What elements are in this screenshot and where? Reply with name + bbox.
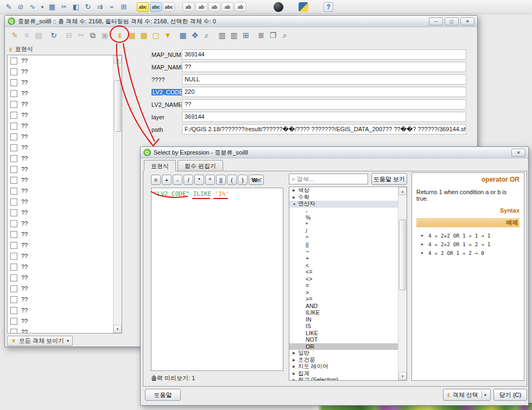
filter-selection-icon[interactable]: ▼ [162, 30, 173, 41]
minimize-button[interactable]: ─ [429, 17, 443, 25]
feature-checkbox[interactable] [10, 68, 17, 75]
function-tree-item[interactable]: <> [289, 276, 398, 283]
feature-list-item[interactable]: ?? [8, 326, 113, 334]
help-button[interactable]: 도움말 [145, 389, 181, 401]
feature-list-item[interactable]: ?? [8, 272, 113, 283]
feature-checkbox[interactable] [10, 79, 17, 86]
python-console-icon[interactable] [299, 2, 308, 12]
feature-checkbox[interactable] [10, 198, 17, 206]
function-tree-item[interactable]: > [289, 289, 398, 296]
tab-expression[interactable]: 표현식 [144, 160, 176, 171]
function-tree-item[interactable]: < [289, 262, 398, 269]
maximize-button[interactable]: ▢ [445, 17, 459, 25]
select-features-button[interactable]: ε 객체 선택 ▾ [443, 389, 491, 401]
deselect-all-icon[interactable]: ▢ [150, 30, 161, 41]
feature-checkbox[interactable] [10, 155, 17, 162]
feature-checkbox[interactable] [10, 264, 17, 271]
toggle-editing-icon[interactable]: ✎ [9, 30, 20, 41]
show-help-button[interactable]: 도움말 보기 [371, 173, 407, 185]
feature-list-item[interactable]: ?? [8, 218, 113, 229]
scroll-down-icon[interactable]: ▼ [113, 325, 122, 333]
attribute-table-titlebar[interactable]: Q 중분류_soil8 :: 총 객체 수: 2168, 필터링된 객체 수: … [5, 16, 477, 27]
feature-checkbox[interactable] [10, 57, 17, 65]
rotate-label-icon[interactable]: ab [195, 2, 207, 12]
feature-checkbox[interactable] [10, 253, 17, 260]
feature-list-item[interactable]: ?? [8, 99, 113, 110]
feature-list-scrollbar[interactable]: ▲ ▼ [113, 55, 122, 333]
feature-checkbox[interactable] [10, 144, 17, 151]
offset-curve-icon[interactable]: ⇉ [94, 2, 105, 12]
select-by-expression-icon[interactable]: ε [115, 30, 125, 41]
feature-checkbox[interactable] [10, 296, 17, 303]
split-feature-icon[interactable]: ◧ [71, 2, 81, 12]
label-highlight-icon[interactable]: abc [137, 2, 149, 12]
function-tree-item[interactable]: AND [289, 303, 398, 310]
feature-checkbox[interactable] [10, 231, 17, 238]
new-field-icon[interactable]: ▥ [217, 30, 227, 41]
feature-list-item[interactable]: ?? [8, 229, 113, 240]
chevron-down-icon[interactable]: ▾ [484, 393, 486, 398]
feature-checkbox[interactable] [10, 220, 17, 227]
expression-editor[interactable]: "LV2_CODE" ILIKE '1%' [151, 188, 283, 371]
feature-list-item[interactable]: ?? [8, 66, 113, 77]
rotate-feature-icon[interactable]: ↻ [83, 2, 93, 12]
form-field-value[interactable]: ?? [182, 99, 466, 110]
feature-list-item[interactable]: ?? [8, 131, 113, 142]
feature-list-item[interactable]: ?? [8, 153, 113, 164]
feature-list-item[interactable]: ?? [8, 294, 113, 305]
tool-dropdown-arrow-icon[interactable]: ▾ [39, 2, 46, 12]
pan-to-selection-icon[interactable]: ✥ [189, 30, 200, 41]
operator-button[interactable]: '₩n' [249, 175, 264, 185]
feature-checkbox[interactable] [10, 177, 17, 184]
feature-list-item[interactable]: ?? [8, 316, 113, 326]
feature-checkbox[interactable] [10, 307, 17, 314]
feature-checkbox[interactable] [10, 285, 17, 292]
cut-feature-icon[interactable]: ✂ [59, 2, 69, 12]
close-dialog-button[interactable]: 닫기 (C) [493, 389, 527, 401]
operator-button[interactable]: ^ [205, 175, 215, 185]
scroll-down-icon[interactable]: ▼ [398, 372, 407, 380]
globe-plugin-icon[interactable] [274, 2, 283, 12]
feature-list-item[interactable]: ?? [8, 164, 113, 175]
feature-list-item[interactable]: ?? [8, 261, 113, 272]
pin-label-icon[interactable]: ab [208, 2, 220, 12]
save-edits-icon[interactable]: ▤ [33, 30, 44, 41]
function-tree-item[interactable]: ▶ 일반 [289, 350, 398, 357]
label-globe-icon[interactable]: abc [150, 2, 162, 12]
form-field-value[interactable]: F:/QGIS 2.18/???????/result/??????��/???… [182, 124, 466, 134]
function-tree-item[interactable]: OR [289, 343, 398, 350]
feature-checkbox[interactable] [10, 329, 17, 334]
function-tree-item[interactable]: ▶ 집계 [289, 370, 398, 377]
paste-features-icon[interactable]: ▣ [99, 30, 110, 41]
function-tree-item[interactable]: >= [289, 296, 398, 303]
operator-button[interactable]: || [216, 175, 226, 185]
feature-list-item[interactable]: ?? [8, 207, 113, 218]
function-tree-item[interactable]: ▶ 수학 [289, 194, 398, 201]
feature-list-item[interactable]: ?? [8, 110, 113, 120]
feature-checkbox[interactable] [10, 242, 17, 249]
operator-button[interactable]: ( [227, 175, 237, 185]
function-tree-item[interactable]: * [289, 221, 398, 228]
feature-list-item[interactable]: ?? [8, 251, 113, 261]
snapping-off-icon[interactable]: ⊘ [15, 2, 26, 12]
function-tree-item[interactable]: LIKE [289, 330, 398, 337]
function-tree-item[interactable]: - [289, 208, 398, 215]
move-selection-top-icon[interactable]: ▦ [178, 30, 188, 41]
spline-tool-icon[interactable]: ∿ [27, 2, 38, 12]
cut-features-icon[interactable]: ✂ [75, 30, 86, 41]
function-tree-item[interactable]: ~ [289, 248, 398, 255]
function-tree-item[interactable]: <= [289, 268, 398, 276]
feature-checkbox[interactable] [10, 318, 17, 325]
feature-checkbox[interactable] [10, 133, 17, 140]
preview-expression-selector[interactable]: ε 표현식 [9, 45, 33, 53]
scrollbar-thumb[interactable] [114, 80, 121, 132]
help-icon[interactable]: ? [324, 2, 333, 12]
feature-list-item[interactable]: ?? [8, 185, 113, 196]
feature-filter-button[interactable]: ▼ 모든 객체 보이기 ▾ [7, 336, 73, 346]
select-all-icon[interactable]: ▦ [126, 30, 137, 41]
feature-list-item[interactable]: ?? [8, 283, 113, 294]
feature-list-item[interactable]: ?? [8, 240, 113, 251]
form-field-value[interactable]: 369144 [182, 49, 466, 60]
operator-button[interactable]: + [162, 175, 172, 185]
feature-checkbox[interactable] [10, 123, 17, 130]
